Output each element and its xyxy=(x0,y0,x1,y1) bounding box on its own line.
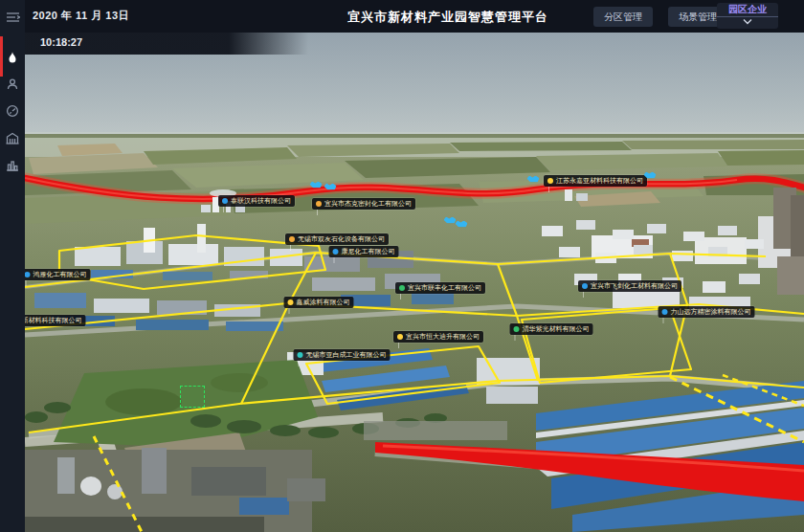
sidebar-item-dashboard[interactable] xyxy=(0,100,25,122)
sidebar-item-enterprise[interactable] xyxy=(0,126,25,149)
flame-icon xyxy=(6,51,19,65)
nav-sidebar xyxy=(0,0,25,532)
company-label[interactable]: 江苏永嘉亚材料科技有限公司 xyxy=(544,175,647,187)
page-title: 宜兴市新材料产业园智慧管理平台 xyxy=(304,9,592,26)
company-label-text: 宜兴市恒大迪升有限公司 xyxy=(406,333,480,341)
company-label-text: 宜兴市杰克密封化工有限公司 xyxy=(324,200,412,208)
company-marker-icon xyxy=(582,283,588,289)
company-label[interactable]: 鑫威涂料有限公司 xyxy=(284,297,354,308)
company-label[interactable]: 无锡市双友石化设备有限公司 xyxy=(285,233,389,245)
bar-chart-icon xyxy=(6,159,19,171)
hamburger-icon xyxy=(6,11,20,23)
company-label[interactable]: 力山远方精密涂料有限公司 xyxy=(659,306,755,318)
enterprise-dropdown[interactable]: 园区企业 xyxy=(717,3,778,29)
sidebar-item-personnel[interactable] xyxy=(0,73,25,96)
company-label-text: 泰联汉科技有限公司 xyxy=(231,197,291,205)
company-marker-icon xyxy=(298,352,303,358)
top-header: 2020 年 11 月 13日 宜兴市新材料产业园智慧管理平台 分区管理 场景管… xyxy=(25,0,804,33)
building-icon xyxy=(6,132,19,144)
company-label[interactable]: 泰联汉科技有限公司 xyxy=(218,195,295,207)
company-label-text: 江苏永嘉亚材料科技有限公司 xyxy=(556,177,643,185)
company-marker-icon xyxy=(514,326,520,332)
clock-hud: 10:18:27 xyxy=(25,33,308,55)
company-label-text: 宜兴市飞剑化工材料有限公司 xyxy=(591,282,678,290)
company-marker-icon xyxy=(288,299,294,305)
company-label-text: 鑫威涂料有限公司 xyxy=(297,299,350,306)
company-marker-icon xyxy=(397,334,403,340)
sidebar-item-statistics[interactable] xyxy=(0,153,25,176)
company-label[interactable]: 鸿雁化工有限公司 xyxy=(21,269,91,280)
current-time: 10:18:27 xyxy=(40,36,82,48)
company-label-text: 宜兴市联丰化工有限公司 xyxy=(408,284,481,292)
enterprise-dropdown-label: 园区企业 xyxy=(717,3,778,17)
company-marker-icon xyxy=(333,249,339,255)
map-selection-box xyxy=(180,386,205,408)
sidebar-item-menu[interactable] xyxy=(0,6,25,29)
company-marker-icon xyxy=(547,178,553,184)
company-label[interactable]: 宜兴市飞剑化工材料有限公司 xyxy=(578,280,681,292)
zone-management-button[interactable]: 分区管理 xyxy=(593,7,653,27)
chevron-down-icon xyxy=(742,18,753,25)
sidebar-item-fire-monitor[interactable] xyxy=(0,46,25,69)
company-marker-icon xyxy=(25,272,31,277)
company-label[interactable]: 康尼化工有限公司 xyxy=(329,246,399,257)
current-date: 2020 年 11 月 13日 xyxy=(33,9,129,23)
company-marker-icon xyxy=(662,309,668,315)
map-3d-view[interactable] xyxy=(0,0,804,532)
person-icon xyxy=(6,78,19,91)
company-label-text: 清华紫光材料有限公司 xyxy=(523,325,590,333)
company-label-text: 力山远方精密涂料有限公司 xyxy=(671,308,751,316)
company-label[interactable]: 宜兴市恒大迪升有限公司 xyxy=(393,331,483,343)
company-label-text: 无锡市亚白成工业有限公司 xyxy=(306,351,387,359)
company-label-text: 鸿雁化工有限公司 xyxy=(34,271,87,278)
gauge-icon xyxy=(6,104,19,118)
company-label[interactable]: 无锡市亚白成工业有限公司 xyxy=(294,349,391,361)
company-label-text: 康尼化工有限公司 xyxy=(342,248,395,255)
company-label-text: 无锡市双友石化设备有限公司 xyxy=(298,235,385,243)
company-label[interactable]: 清华紫光材料有限公司 xyxy=(510,323,593,335)
company-label[interactable]: 宜兴市联丰化工有限公司 xyxy=(395,282,485,294)
company-label[interactable]: 宜兴市杰克密封化工有限公司 xyxy=(312,198,415,210)
company-marker-icon xyxy=(289,236,295,242)
company-marker-icon xyxy=(316,201,322,207)
company-marker-icon xyxy=(222,198,228,204)
company-label-text: 氟新材料科技有限公司 xyxy=(15,317,82,324)
company-marker-icon xyxy=(399,285,405,291)
